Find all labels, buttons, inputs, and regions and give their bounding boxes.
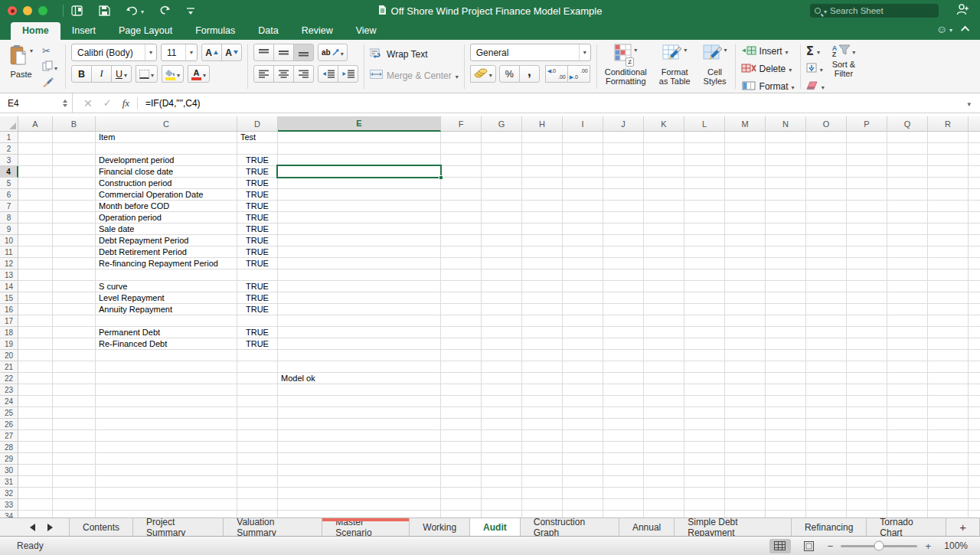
delete-cells-caret[interactable] bbox=[789, 64, 792, 74]
undo-button[interactable] bbox=[126, 5, 144, 16]
cell-P1[interactable] bbox=[847, 132, 887, 143]
cell-K6[interactable] bbox=[644, 189, 684, 201]
cell-F15[interactable] bbox=[441, 292, 482, 304]
cell-N30[interactable] bbox=[766, 465, 806, 476]
cell-H28[interactable] bbox=[522, 442, 563, 453]
borders-caret[interactable] bbox=[151, 69, 154, 80]
cell-I16[interactable] bbox=[563, 304, 603, 315]
cell-A20[interactable] bbox=[18, 350, 53, 361]
cell-Q28[interactable] bbox=[887, 442, 928, 453]
copy-button[interactable] bbox=[40, 59, 60, 75]
cell-G14[interactable] bbox=[482, 281, 522, 292]
cell-H33[interactable] bbox=[522, 499, 563, 511]
cell-Q3[interactable] bbox=[887, 155, 928, 166]
column-header-Q[interactable]: Q bbox=[887, 116, 928, 132]
cell-G5[interactable] bbox=[482, 178, 522, 189]
cell-L19[interactable] bbox=[684, 338, 725, 350]
cell-E21[interactable] bbox=[278, 361, 441, 373]
row-header-3[interactable]: 3 bbox=[0, 155, 18, 166]
cell-J1[interactable] bbox=[603, 132, 644, 143]
cell-Q11[interactable] bbox=[887, 246, 928, 258]
undo-dropdown[interactable] bbox=[141, 5, 144, 16]
cell-I12[interactable] bbox=[563, 258, 603, 269]
sheet-tab-contents[interactable]: Contents bbox=[69, 518, 133, 536]
cell-R25[interactable] bbox=[928, 407, 969, 419]
cell-C9[interactable]: Sale date bbox=[96, 224, 237, 235]
cell-C24[interactable] bbox=[96, 396, 237, 407]
align-middle-button[interactable] bbox=[273, 44, 294, 61]
cell-N6[interactable] bbox=[766, 189, 806, 201]
cell-I14[interactable] bbox=[563, 281, 603, 292]
cell-E13[interactable] bbox=[278, 269, 441, 281]
cell-P20[interactable] bbox=[847, 350, 887, 361]
cell-L21[interactable] bbox=[684, 361, 725, 373]
column-header-M[interactable]: M bbox=[725, 116, 766, 132]
cell-K18[interactable] bbox=[644, 327, 684, 338]
cell-J32[interactable] bbox=[603, 488, 644, 499]
cell-I7[interactable] bbox=[563, 201, 603, 212]
align-bottom-button[interactable] bbox=[293, 44, 314, 61]
cell-E5[interactable] bbox=[278, 178, 441, 189]
cell-G28[interactable] bbox=[482, 442, 522, 453]
cell-K20[interactable] bbox=[644, 350, 684, 361]
cell-E10[interactable] bbox=[278, 235, 441, 246]
cell-F2[interactable] bbox=[441, 143, 482, 155]
cell-C27[interactable] bbox=[96, 430, 237, 442]
tab-formulas[interactable]: Formulas bbox=[184, 22, 247, 40]
column-header-N[interactable]: N bbox=[766, 116, 806, 132]
cell-G12[interactable] bbox=[482, 258, 522, 269]
cell-F7[interactable] bbox=[441, 201, 482, 212]
cell-B17[interactable] bbox=[53, 315, 96, 327]
row-header-25[interactable]: 25 bbox=[0, 407, 18, 419]
cell-K4[interactable] bbox=[644, 166, 684, 178]
cell-R20[interactable] bbox=[928, 350, 969, 361]
cell-P25[interactable] bbox=[847, 407, 887, 419]
cell-R23[interactable] bbox=[928, 384, 969, 396]
cell-E26[interactable] bbox=[278, 419, 441, 430]
cell-N7[interactable] bbox=[766, 201, 806, 212]
cell-H14[interactable] bbox=[522, 281, 563, 292]
cell-N31[interactable] bbox=[766, 476, 806, 488]
cell-H4[interactable] bbox=[522, 166, 563, 178]
cell-M22[interactable] bbox=[725, 373, 766, 384]
row-header-22[interactable]: 22 bbox=[0, 373, 18, 384]
cell-J12[interactable] bbox=[603, 258, 644, 269]
cell-R16[interactable] bbox=[928, 304, 969, 315]
sort-filter-caret[interactable] bbox=[852, 46, 855, 57]
normal-view-button[interactable] bbox=[769, 539, 791, 553]
cell-E1[interactable] bbox=[278, 132, 441, 143]
cell-D29[interactable] bbox=[237, 453, 278, 465]
cell-L3[interactable] bbox=[684, 155, 725, 166]
cell-O9[interactable] bbox=[806, 224, 847, 235]
align-center-button[interactable] bbox=[273, 65, 294, 83]
cell-A13[interactable] bbox=[18, 269, 53, 281]
cell-N27[interactable] bbox=[766, 430, 806, 442]
cell-C1[interactable]: Item bbox=[96, 132, 237, 143]
cell-I31[interactable] bbox=[563, 476, 603, 488]
cell-J30[interactable] bbox=[603, 465, 644, 476]
cell-B31[interactable] bbox=[53, 476, 96, 488]
cell-O28[interactable] bbox=[806, 442, 847, 453]
cell-A31[interactable] bbox=[18, 476, 53, 488]
cell-D30[interactable] bbox=[237, 465, 278, 476]
increase-indent-button[interactable] bbox=[338, 65, 358, 83]
cell-E15[interactable] bbox=[278, 292, 441, 304]
cell-D16[interactable]: TRUE bbox=[237, 304, 278, 315]
zoom-out-button[interactable] bbox=[828, 540, 834, 552]
cell-G9[interactable] bbox=[482, 224, 522, 235]
cell-K14[interactable] bbox=[644, 281, 684, 292]
cell-E24[interactable] bbox=[278, 396, 441, 407]
cell-K26[interactable] bbox=[644, 419, 684, 430]
page-layout-view-button[interactable] bbox=[799, 539, 820, 553]
underline-caret[interactable] bbox=[124, 69, 127, 80]
cell-F11[interactable] bbox=[441, 246, 482, 258]
cell-J22[interactable] bbox=[603, 373, 644, 384]
align-top-button[interactable] bbox=[253, 44, 274, 61]
cell-Q2[interactable] bbox=[887, 143, 928, 155]
cell-L33[interactable] bbox=[684, 499, 725, 511]
cell-O23[interactable] bbox=[806, 384, 847, 396]
cell-D9[interactable]: TRUE bbox=[237, 224, 278, 235]
cell-styles-button[interactable]: CellStyles bbox=[701, 44, 730, 86]
sheet-tab-master-scenario[interactable]: Master Scenario bbox=[322, 518, 410, 536]
row-header-24[interactable]: 24 bbox=[0, 396, 18, 407]
